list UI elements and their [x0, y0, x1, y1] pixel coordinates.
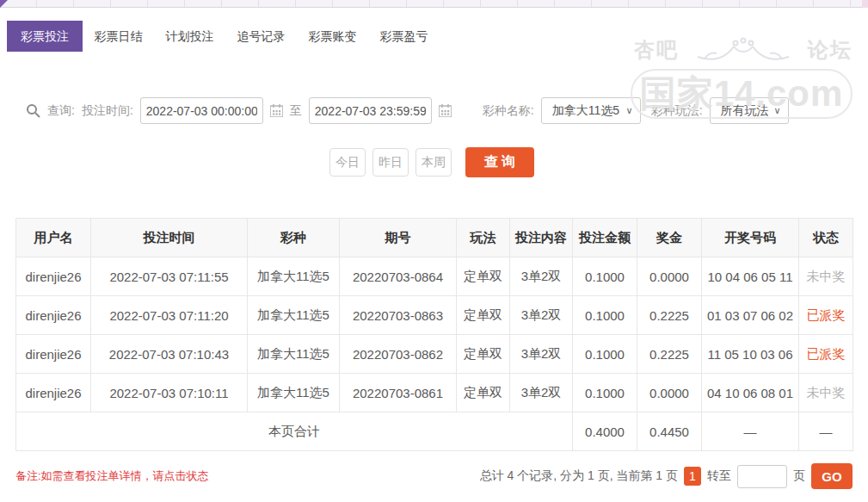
tab-daily-summary[interactable]: 彩票日结	[83, 21, 154, 52]
col-content: 投注内容	[510, 219, 573, 257]
cell-play: 定单双	[457, 374, 510, 412]
summary-amount-total: 0.4000	[573, 412, 637, 451]
pagination-stats: 总计 4 个记录, 分为 1 页, 当前第 1 页	[480, 468, 678, 484]
cell-prize: 0.0000	[637, 374, 702, 412]
pagination: 总计 4 个记录, 分为 1 页, 当前第 1 页 1 转至 页 GO	[480, 463, 853, 489]
cell-content: 3单2双	[510, 296, 573, 335]
cell-status[interactable]: 未中奖	[799, 374, 853, 412]
cell-issue: 20220703-0863	[340, 296, 457, 335]
cell-issue: 20220703-0864	[340, 257, 457, 296]
cell-content: 3单2双	[510, 374, 573, 412]
tab-profit-loss[interactable]: 彩票盈亏	[368, 21, 440, 52]
tab-account-changes[interactable]: 彩票账变	[297, 21, 368, 52]
cell-play: 定单双	[457, 335, 510, 374]
col-status: 状态	[799, 219, 853, 257]
note-text: 备注:如需查看投注单详情，请点击状态	[15, 468, 209, 484]
quick-filter-row: 今日 昨日 本周 查 询	[329, 147, 868, 177]
tab-lottery-bets[interactable]: 彩票投注	[7, 21, 83, 52]
go-button[interactable]: GO	[811, 463, 853, 489]
query-label: 查询:	[47, 103, 75, 119]
bet-time-label: 投注时间:	[82, 103, 133, 119]
calendar-to-icon[interactable]	[439, 104, 452, 117]
cell-draw-numbers: 11 05 10 03 06	[702, 335, 799, 374]
cell-status[interactable]: 已派奖	[799, 296, 853, 335]
col-bet-time: 投注时间	[91, 219, 248, 257]
cell-status[interactable]: 已派奖	[799, 335, 853, 374]
table-row: direnjie26 2022-07-03 07:11:20 加拿大11选5 2…	[16, 296, 853, 335]
cell-lottery: 加拿大11选5	[248, 296, 340, 335]
play-type-label: 彩种玩法:	[651, 103, 703, 119]
chevron-down-icon: ∨	[774, 105, 781, 116]
col-play: 玩法	[457, 219, 510, 257]
col-draw-numbers: 开奖号码	[702, 219, 799, 257]
cell-bet-time: 2022-07-03 07:10:11	[91, 374, 248, 412]
calendar-from-icon[interactable]	[270, 104, 283, 117]
cell-username: direnjie26	[16, 296, 91, 335]
cell-draw-numbers: 01 03 07 06 02	[702, 296, 799, 335]
cell-username: direnjie26	[16, 335, 91, 374]
play-select-value: 所有玩法	[721, 103, 769, 119]
current-page-badge[interactable]: 1	[684, 467, 701, 486]
search-button[interactable]: 查 询	[465, 147, 534, 177]
parent-menubar-sliver	[0, 0, 868, 8]
bets-table: 用户名 投注时间 彩种 期号 玩法 投注内容 投注金额 奖金 开奖号码 状态 d…	[15, 218, 853, 451]
cell-lottery: 加拿大11选5	[248, 335, 340, 374]
col-amount: 投注金额	[573, 219, 637, 257]
table-row: direnjie26 2022-07-03 07:11:55 加拿大11选5 2…	[16, 257, 853, 296]
cell-content: 3单2双	[510, 257, 573, 296]
cell-amount: 0.1000	[573, 335, 637, 374]
cell-prize: 0.2225	[637, 335, 702, 374]
cell-draw-numbers: 04 10 06 08 01	[702, 374, 799, 412]
goto-label: 转至	[707, 468, 731, 484]
time-to-input[interactable]	[309, 97, 432, 124]
cell-issue: 20220703-0862	[340, 335, 457, 374]
cell-status[interactable]: 未中奖	[799, 257, 853, 296]
lottery-name-label: 彩种名称:	[483, 103, 534, 119]
lottery-select-value: 加拿大11选5	[552, 103, 619, 119]
table-row: direnjie26 2022-07-03 07:10:43 加拿大11选5 2…	[16, 335, 853, 374]
cell-bet-time: 2022-07-03 07:11:20	[91, 296, 248, 335]
footer-bar: 备注:如需查看投注单详情，请点击状态 总计 4 个记录, 分为 1 页, 当前第…	[15, 463, 853, 489]
play-type-select[interactable]: 所有玩法 ∨	[710, 97, 789, 124]
col-username: 用户名	[16, 219, 91, 257]
cell-username: direnjie26	[16, 257, 91, 296]
cell-issue: 20220703-0861	[340, 374, 457, 412]
cell-amount: 0.1000	[573, 296, 637, 335]
col-prize: 奖金	[637, 219, 702, 257]
tabbar: 彩票投注 彩票日结 计划投注 追号记录 彩票账变 彩票盈亏	[7, 21, 868, 52]
col-issue: 期号	[340, 219, 457, 257]
cell-amount: 0.1000	[573, 257, 637, 296]
cell-username: direnjie26	[16, 374, 91, 412]
cell-play: 定单双	[457, 296, 510, 335]
goto-page-input[interactable]	[737, 465, 787, 488]
right-accent	[862, 0, 868, 8]
summary-row: 本页合计 0.4000 0.4450 — —	[16, 412, 853, 451]
chevron-down-icon: ∨	[626, 105, 633, 116]
tab-plan-bets[interactable]: 计划投注	[154, 21, 225, 52]
summary-label: 本页合计	[16, 412, 573, 451]
summary-dash: —	[799, 412, 853, 451]
tab-chase-records[interactable]: 追号记录	[225, 21, 297, 52]
to-label: 至	[290, 103, 302, 119]
cell-prize: 0.2225	[637, 296, 702, 335]
cell-bet-time: 2022-07-03 07:11:55	[91, 257, 248, 296]
corner-accent	[0, 0, 8, 8]
today-button[interactable]: 今日	[329, 148, 366, 177]
cell-lottery: 加拿大11选5	[248, 257, 340, 296]
summary-dash: —	[702, 412, 799, 451]
week-button[interactable]: 本周	[416, 148, 452, 177]
yesterday-button[interactable]: 昨日	[372, 148, 409, 177]
col-lottery: 彩种	[248, 219, 340, 257]
cell-draw-numbers: 10 04 06 05 11	[702, 257, 799, 296]
table-header-row: 用户名 投注时间 彩种 期号 玩法 投注内容 投注金额 奖金 开奖号码 状态	[16, 219, 853, 257]
search-filter-row: 查询: 投注时间: 至 彩种名称: 加拿大11选5 ∨ 彩种玩法: 所有玩法 ∨	[26, 97, 868, 124]
cell-prize: 0.0000	[637, 257, 702, 296]
cell-amount: 0.1000	[573, 374, 637, 412]
time-from-input[interactable]	[140, 97, 263, 124]
cell-play: 定单双	[457, 257, 510, 296]
table-row: direnjie26 2022-07-03 07:10:11 加拿大11选5 2…	[16, 374, 853, 412]
summary-prize-total: 0.4450	[637, 412, 702, 451]
lottery-select[interactable]: 加拿大11选5 ∨	[541, 97, 641, 124]
cell-bet-time: 2022-07-03 07:10:43	[91, 335, 248, 374]
page-unit-label: 页	[793, 468, 805, 484]
